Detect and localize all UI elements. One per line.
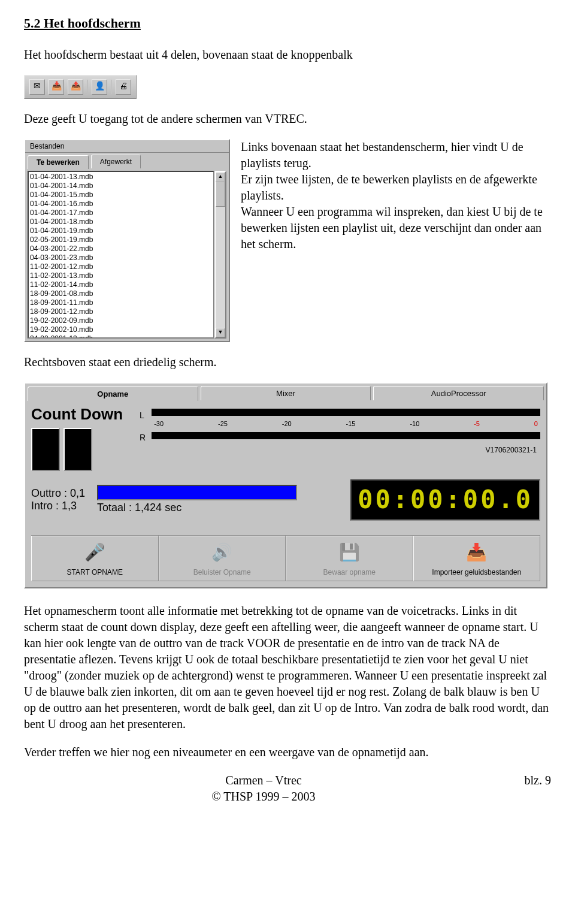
opname-button-row: 🎤START OPNAME🔊Beluister Opname💾Bewaar op…	[31, 535, 540, 581]
list-item[interactable]: 24-02-2001-13.mdb	[30, 334, 212, 339]
countdown-digit-1	[31, 428, 60, 471]
rechtsboven-paragraph: Rechtsboven staat een driedelig scherm.	[24, 354, 551, 370]
meter-scale: -30 -25 -20 -15 -10 -5 0	[152, 419, 540, 432]
list-item[interactable]: 04-03-2001-22.mdb	[30, 244, 212, 253]
time-display: 00:00:00.0	[350, 479, 540, 521]
button-icon: 🎤	[84, 541, 105, 564]
toolbar-btn-4[interactable]: 👤	[92, 79, 107, 95]
list-item[interactable]: 01-04-2001-14.mdb	[30, 182, 212, 191]
list-item[interactable]: 01-04-2001-16.mdb	[30, 200, 212, 209]
toolbar-btn-3[interactable]: 📤	[68, 79, 83, 95]
list-item[interactable]: 18-09-2001-11.mdb	[30, 298, 212, 307]
footer-line2: © THSP 1999 – 2003	[24, 789, 503, 805]
tick: -20	[282, 419, 292, 428]
button-label: Importeer geluidsbestanden	[432, 567, 521, 577]
toolbar-figure: ✉ 📥 📤 👤 🖨	[24, 75, 137, 99]
toegang-paragraph: Deze geeft U toegang tot de andere scher…	[24, 111, 551, 127]
list-item[interactable]: 01-04-2001-19.mdb	[30, 227, 212, 235]
level-meter-r	[152, 432, 540, 439]
button-icon: 📥	[466, 541, 487, 564]
toolbar-btn-1[interactable]: ✉	[29, 79, 45, 95]
countdown-digit-2	[63, 428, 92, 471]
bestanden-paragraph: Links bovenaan staat het bestandenscherm…	[241, 139, 551, 252]
list-item[interactable]: 18-09-2001-08.mdb	[30, 289, 212, 298]
tick: -5	[474, 419, 480, 428]
list-item[interactable]: 11-02-2001-14.mdb	[30, 280, 212, 289]
list-item[interactable]: 19-02-2002-09.mdb	[30, 316, 212, 325]
section-heading: 5.2 Het hoofdscherm	[24, 14, 551, 32]
tab-mixer[interactable]: Mixer	[201, 386, 371, 401]
tab-opname[interactable]: Opname	[28, 386, 198, 401]
button-icon: 💾	[339, 541, 360, 564]
button-label: Beluister Opname	[193, 567, 251, 577]
channel-l-label: L	[140, 410, 146, 421]
start-opname-button[interactable]: 🎤START OPNAME	[31, 536, 159, 581]
tab-afgewerkt[interactable]: Afgewerkt	[91, 155, 141, 168]
intro-label: Intro : 1,3	[31, 500, 85, 513]
totaal-label: Totaal : 1,424 sec	[97, 500, 297, 515]
beluister-opname-button: 🔊Beluister Opname	[159, 536, 286, 581]
bestanden-tabs: Te bewerken Afgewerkt	[25, 153, 229, 168]
button-label: START OPNAME	[67, 567, 123, 577]
bestanden-panel: Bestanden Te bewerken Afgewerkt 01-04-20…	[24, 139, 230, 342]
tab-te-bewerken[interactable]: Te bewerken	[28, 155, 89, 169]
tab-audioprocessor[interactable]: AudioProcessor	[373, 386, 544, 401]
toolbar-separator	[87, 80, 88, 94]
tick: -10	[410, 419, 419, 428]
list-item[interactable]: 02-05-2001-19.mdb	[30, 235, 212, 244]
scroll-down-icon[interactable]: ▼	[216, 328, 225, 337]
footer-line1: Carmen – Vtrec	[24, 772, 503, 789]
list-item[interactable]: 19-02-2002-10.mdb	[30, 325, 212, 334]
tick: -15	[346, 419, 356, 428]
button-icon: 🔊	[211, 541, 232, 564]
list-item[interactable]: 04-03-2001-23.mdb	[30, 253, 212, 262]
list-item[interactable]: 11-02-2001-12.mdb	[30, 262, 212, 271]
bewaar-opname-button: 💾Bewaar opname	[286, 536, 413, 581]
verder-paragraph: Verder treffen we hier nog een niveaumet…	[24, 744, 551, 760]
file-listbox[interactable]: 01-04-2001-13.mdb01-04-2001-14.mdb01-04-…	[28, 171, 214, 339]
importeer-geluidsbestanden-button[interactable]: 📥Importeer geluidsbestanden	[413, 536, 541, 581]
list-item[interactable]: 01-04-2001-15.mdb	[30, 191, 212, 200]
tick: 0	[534, 419, 538, 428]
button-label: Bewaar opname	[323, 567, 376, 577]
list-item[interactable]: 11-02-2001-13.mdb	[30, 271, 212, 280]
scroll-up-icon[interactable]: ▲	[216, 172, 225, 182]
list-item[interactable]: 01-04-2001-18.mdb	[30, 218, 212, 227]
bestanden-title: Bestanden	[25, 140, 229, 153]
progress-bar	[97, 485, 297, 500]
version-label: V1706200321-1	[152, 443, 540, 455]
toolbar-btn-2[interactable]: 📥	[49, 79, 64, 95]
scrollbar[interactable]: ▲ ▼	[214, 171, 226, 339]
countdown-title: Count Down	[31, 404, 123, 425]
intro-paragraph: Het hoofdscherm bestaat uit 4 delen, bov…	[24, 47, 551, 63]
outtro-label: Outtro : 0,1	[31, 487, 85, 500]
scroll-thumb[interactable]	[216, 182, 225, 207]
list-item[interactable]: 01-04-2001-17.mdb	[30, 209, 212, 218]
tick: -25	[218, 419, 228, 428]
opname-tabs: Opname Mixer AudioProcessor	[25, 384, 546, 401]
channel-r-label: R	[140, 432, 146, 443]
page-number: blz. 9	[503, 772, 551, 805]
tick: -30	[154, 419, 164, 428]
toolbar-btn-5[interactable]: 🖨	[116, 79, 131, 95]
toolbar-separator	[111, 80, 112, 94]
opname-desc-paragraph: Het opnamescherm toont alle informatie m…	[24, 603, 551, 732]
list-item[interactable]: 01-04-2001-13.mdb	[30, 173, 212, 182]
level-meter-l	[152, 409, 540, 416]
opname-panel: Opname Mixer AudioProcessor Count Down L…	[24, 382, 547, 588]
list-item[interactable]: 18-09-2001-12.mdb	[30, 307, 212, 316]
